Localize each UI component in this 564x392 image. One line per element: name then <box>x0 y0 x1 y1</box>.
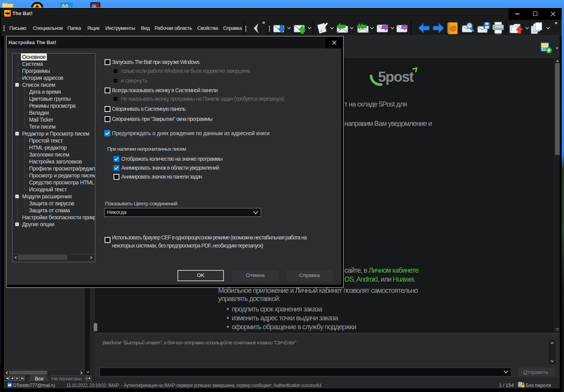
svg-text:@: @ <box>450 25 457 32</box>
svg-text:5post: 5post <box>378 69 414 85</box>
